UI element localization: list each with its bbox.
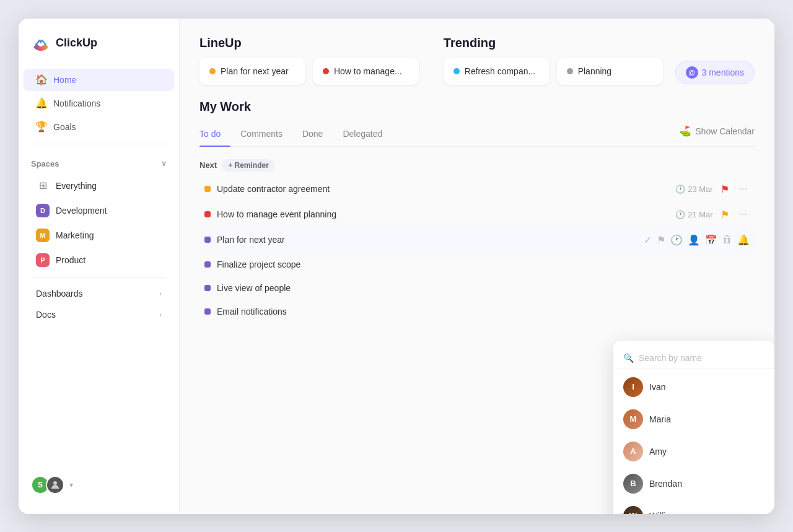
app-container: ClickUp 🏠 Home 🔔 Notifications 🏆 Goals S… — [19, 19, 774, 514]
user-item-ivan[interactable]: I Ivan — [613, 371, 774, 403]
trending-card-planning[interactable]: Planning — [557, 58, 663, 85]
lineup-card-plan-label: Plan for next year — [221, 66, 289, 76]
tab-todo[interactable]: To do — [199, 124, 230, 146]
user-item-maria[interactable]: M Maria — [613, 403, 774, 435]
task-dot — [204, 237, 211, 243]
notify-icon[interactable]: 🔔 — [737, 234, 750, 246]
user-search-container: 🔍 — [613, 348, 774, 368]
clickup-logo-icon — [31, 33, 51, 53]
sidebar-divider — [31, 144, 167, 144]
task-name: Email notifications — [217, 307, 750, 316]
task-meta: 🕐 21 Mar ⚑ ··· — [675, 209, 750, 220]
avatar-user-2 — [46, 476, 64, 494]
user-name-amy: Amy — [649, 447, 667, 456]
avatar-stack[interactable]: S — [31, 476, 64, 494]
product-dot: P — [36, 253, 50, 267]
mentions-badge[interactable]: @ 3 mentions — [675, 61, 755, 84]
flag-icon[interactable]: ⚑ — [721, 183, 729, 195]
trending-card-refresh-label: Refresh compan... — [465, 66, 535, 76]
docs-chevron-icon: › — [159, 310, 162, 319]
task-item[interactable]: Email notifications — [199, 300, 755, 323]
calendar-icon: ⛳ — [679, 125, 691, 137]
nav-home[interactable]: 🏠 Home — [24, 69, 174, 91]
clock-action-icon[interactable]: 🕐 — [670, 234, 683, 246]
nav-goals[interactable]: 🏆 Goals — [24, 116, 174, 138]
user-search-input[interactable] — [639, 353, 765, 363]
logo: ClickUp — [19, 33, 179, 68]
show-calendar-button[interactable]: ⛳ Show Calendar — [679, 125, 755, 144]
sidebar-item-everything[interactable]: ⊞ Everything — [24, 174, 174, 198]
avatar-amy: A — [623, 442, 643, 461]
more-options-button[interactable]: ··· — [737, 209, 750, 220]
main-content: LineUp Plan for next year How to manage.… — [180, 19, 774, 514]
flag-action-icon[interactable]: ⚑ — [657, 234, 665, 246]
dashboards-chevron-icon: › — [159, 289, 162, 298]
user-name-william: William — [649, 511, 677, 514]
task-meta: 🕐 23 Mar ⚑ ··· — [675, 183, 750, 195]
spaces-section-header: Spaces ∨ — [19, 149, 179, 173]
lineup-card-how[interactable]: How to manage... — [313, 58, 419, 85]
mentions-container: @ 3 mentions — [675, 36, 755, 84]
flag-icon[interactable]: ⚑ — [721, 209, 729, 220]
development-label: Development — [56, 206, 107, 216]
nav-notifications[interactable]: 🔔 Notifications — [24, 92, 174, 115]
docs-label: Docs — [36, 310, 56, 320]
trophy-icon: 🏆 — [36, 121, 47, 133]
calendar-action-icon[interactable]: 📅 — [705, 234, 717, 246]
assign-icon[interactable]: 👤 — [688, 234, 700, 246]
trending-card-refresh[interactable]: Refresh compan... — [444, 58, 550, 85]
marketing-dot: M — [36, 229, 50, 242]
task-dot — [204, 285, 211, 291]
user-name-ivan: Ivan — [649, 382, 665, 392]
user-item-brendan[interactable]: B Brendan — [613, 468, 774, 500]
app-name: ClickUp — [56, 37, 97, 50]
task-dot — [204, 308, 211, 315]
more-options-button[interactable]: ··· — [737, 183, 750, 194]
avatar-maria: M — [623, 409, 643, 429]
at-icon: @ — [686, 66, 698, 79]
how-dot — [323, 68, 329, 74]
lineup-card-plan[interactable]: Plan for next year — [199, 58, 305, 85]
lineup-cards: Plan for next year How to manage... — [199, 58, 419, 85]
reminder-badge[interactable]: + Reminder — [222, 159, 275, 172]
refresh-dot — [453, 68, 460, 74]
task-name: Plan for next year — [217, 235, 637, 245]
task-dot — [204, 186, 211, 192]
svg-point-0 — [53, 481, 57, 485]
tab-delegated[interactable]: Delegated — [333, 124, 392, 146]
avatar-ivan: I — [623, 377, 643, 397]
task-list: Update contractor agreement 🕐 23 Mar ⚑ ·… — [199, 177, 755, 323]
user-item-amy[interactable]: A Amy — [613, 435, 774, 468]
tab-comments[interactable]: Comments — [230, 124, 292, 146]
user-name-brendan: Brendan — [649, 479, 682, 489]
tab-done[interactable]: Done — [292, 124, 333, 146]
sidebar-divider-2 — [31, 277, 167, 278]
sidebar-item-marketing[interactable]: M Marketing — [24, 224, 174, 247]
task-item[interactable]: How to manage event planning 🕐 21 Mar ⚑ … — [199, 202, 755, 227]
task-item[interactable]: Update contractor agreement 🕐 23 Mar ⚑ ·… — [199, 177, 755, 202]
task-dot — [204, 211, 211, 217]
user-item-william[interactable]: W William — [613, 500, 774, 514]
user-name-maria: Maria — [649, 414, 671, 424]
plan-dot — [209, 68, 216, 74]
sidebar-item-product[interactable]: P Product — [24, 248, 174, 272]
clock-icon: 🕐 — [675, 185, 685, 194]
task-date: 🕐 23 Mar — [675, 185, 712, 194]
trending-title: Trending — [444, 36, 663, 50]
delete-icon[interactable]: 🗑 — [722, 234, 732, 245]
task-item-active[interactable]: Plan for next year ✓ ⚑ 🕐 👤 📅 🗑 🔔 — [199, 227, 755, 253]
spaces-chevron-icon[interactable]: ∨ — [161, 159, 167, 168]
sidebar: ClickUp 🏠 Home 🔔 Notifications 🏆 Goals S… — [19, 19, 180, 514]
task-item[interactable]: Live view of people — [199, 276, 755, 300]
clock-icon: 🕐 — [675, 210, 685, 219]
sidebar-item-development[interactable]: D Development — [24, 199, 174, 222]
my-work-section: My Work To do Comments Done Delegated ⛳ … — [199, 100, 755, 323]
product-label: Product — [56, 255, 85, 265]
user-dropdown-chevron-icon[interactable]: ▾ — [69, 481, 73, 489]
check-icon[interactable]: ✓ — [644, 234, 652, 246]
nav-goals-label: Goals — [53, 122, 76, 132]
avatar-william: W — [623, 506, 643, 514]
task-item[interactable]: Finalize project scope — [199, 253, 755, 276]
sidebar-item-dashboards[interactable]: Dashboards › — [24, 284, 174, 303]
sidebar-item-docs[interactable]: Docs › — [24, 305, 174, 325]
